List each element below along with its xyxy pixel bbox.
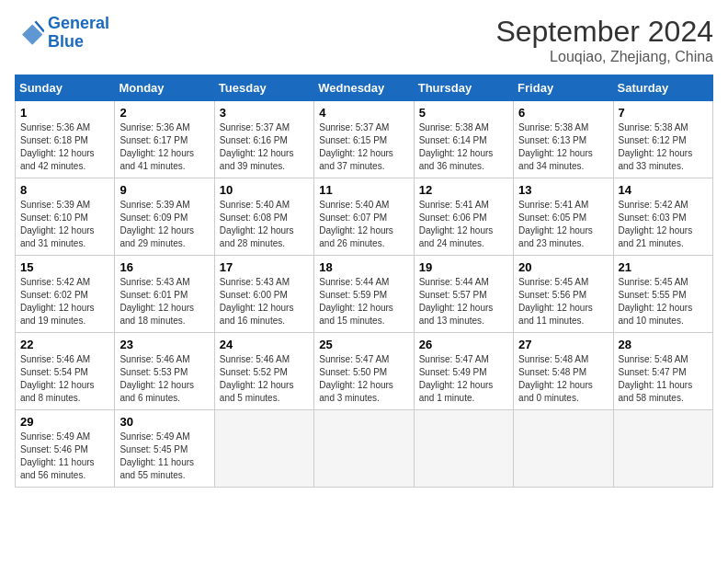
day-number: 7	[619, 106, 708, 120]
col-header-sunday: Sunday	[16, 75, 115, 101]
day-cell: 30Sunrise: 5:49 AMSunset: 5:45 PMDayligh…	[115, 410, 214, 488]
week-row-2: 8Sunrise: 5:39 AMSunset: 6:10 PMDaylight…	[16, 178, 713, 256]
day-cell: 21Sunrise: 5:45 AMSunset: 5:55 PMDayligh…	[613, 256, 712, 333]
day-info: Sunrise: 5:42 AMSunset: 6:03 PMDaylight:…	[619, 199, 708, 250]
day-number: 22	[20, 338, 109, 351]
day-number: 28	[619, 338, 708, 351]
day-cell: 14Sunrise: 5:42 AMSunset: 6:03 PMDayligh…	[613, 178, 712, 256]
day-cell: 28Sunrise: 5:48 AMSunset: 5:47 PMDayligh…	[613, 333, 712, 410]
col-header-saturday: Saturday	[613, 75, 712, 101]
day-number: 23	[119, 338, 209, 351]
day-number: 1	[20, 106, 109, 120]
day-cell: 5Sunrise: 5:38 AMSunset: 6:14 PMDaylight…	[414, 101, 513, 178]
day-info: Sunrise: 5:37 AMSunset: 6:16 PMDaylight:…	[220, 121, 309, 173]
day-number: 14	[619, 183, 708, 197]
day-info: Sunrise: 5:48 AMSunset: 5:48 PMDaylight:…	[518, 353, 608, 405]
day-info: Sunrise: 5:40 AMSunset: 6:07 PMDaylight:…	[319, 199, 408, 250]
day-info: Sunrise: 5:42 AMSunset: 6:02 PMDaylight:…	[20, 276, 109, 327]
day-info: Sunrise: 5:36 AMSunset: 6:17 PMDaylight:…	[119, 121, 209, 173]
logo-text: General Blue	[48, 15, 109, 52]
day-number: 8	[20, 183, 109, 197]
col-header-tuesday: Tuesday	[214, 75, 313, 101]
col-header-monday: Monday	[115, 75, 214, 101]
day-info: Sunrise: 5:38 AMSunset: 6:13 PMDaylight:…	[518, 121, 608, 173]
day-info: Sunrise: 5:38 AMSunset: 6:14 PMDaylight:…	[419, 121, 508, 173]
day-info: Sunrise: 5:49 AMSunset: 5:45 PMDaylight:…	[119, 431, 209, 482]
day-cell	[214, 410, 313, 488]
day-info: Sunrise: 5:44 AMSunset: 5:59 PMDaylight:…	[319, 276, 408, 327]
day-number: 12	[419, 183, 508, 197]
day-info: Sunrise: 5:39 AMSunset: 6:09 PMDaylight:…	[119, 199, 209, 250]
day-number: 6	[518, 106, 608, 120]
day-cell: 19Sunrise: 5:44 AMSunset: 5:57 PMDayligh…	[414, 256, 513, 333]
day-number: 11	[319, 183, 408, 197]
day-info: Sunrise: 5:38 AMSunset: 6:12 PMDaylight:…	[619, 121, 708, 173]
day-info: Sunrise: 5:40 AMSunset: 6:08 PMDaylight:…	[220, 199, 309, 250]
day-info: Sunrise: 5:41 AMSunset: 6:05 PMDaylight:…	[518, 199, 608, 250]
day-info: Sunrise: 5:45 AMSunset: 5:56 PMDaylight:…	[518, 276, 608, 327]
day-cell: 26Sunrise: 5:47 AMSunset: 5:49 PMDayligh…	[414, 333, 513, 410]
day-cell: 23Sunrise: 5:46 AMSunset: 5:53 PMDayligh…	[115, 333, 214, 410]
day-info: Sunrise: 5:48 AMSunset: 5:47 PMDaylight:…	[619, 353, 708, 405]
day-info: Sunrise: 5:46 AMSunset: 5:54 PMDaylight:…	[20, 353, 109, 405]
col-header-thursday: Thursday	[414, 75, 513, 101]
day-cell: 18Sunrise: 5:44 AMSunset: 5:59 PMDayligh…	[314, 256, 414, 333]
logo: General Blue	[15, 15, 109, 52]
day-cell	[613, 410, 712, 488]
day-cell	[414, 410, 513, 488]
day-info: Sunrise: 5:49 AMSunset: 5:46 PMDaylight:…	[20, 431, 109, 482]
week-row-1: 1Sunrise: 5:36 AMSunset: 6:18 PMDaylight…	[16, 101, 713, 178]
day-number: 3	[220, 106, 309, 120]
day-info: Sunrise: 5:46 AMSunset: 5:53 PMDaylight:…	[119, 353, 209, 405]
day-number: 30	[119, 415, 209, 429]
day-cell: 11Sunrise: 5:40 AMSunset: 6:07 PMDayligh…	[314, 178, 414, 256]
day-cell: 17Sunrise: 5:43 AMSunset: 6:00 PMDayligh…	[214, 256, 313, 333]
day-number: 5	[419, 106, 508, 120]
day-cell: 13Sunrise: 5:41 AMSunset: 6:05 PMDayligh…	[514, 178, 613, 256]
day-number: 16	[119, 260, 209, 274]
day-cell: 10Sunrise: 5:40 AMSunset: 6:08 PMDayligh…	[214, 178, 313, 256]
day-number: 15	[20, 260, 109, 274]
day-cell: 2Sunrise: 5:36 AMSunset: 6:17 PMDaylight…	[115, 101, 214, 178]
day-cell: 20Sunrise: 5:45 AMSunset: 5:56 PMDayligh…	[514, 256, 613, 333]
day-number: 20	[518, 260, 608, 274]
day-cell: 1Sunrise: 5:36 AMSunset: 6:18 PMDaylight…	[16, 101, 115, 178]
day-number: 26	[419, 338, 508, 351]
week-row-5: 29Sunrise: 5:49 AMSunset: 5:46 PMDayligh…	[16, 410, 713, 488]
day-number: 21	[619, 260, 708, 274]
logo-blue: Blue	[48, 32, 84, 51]
page-header: General Blue September 2024 Louqiao, Zhe…	[15, 15, 713, 65]
day-info: Sunrise: 5:41 AMSunset: 6:06 PMDaylight:…	[419, 199, 508, 250]
day-cell	[514, 410, 613, 488]
day-info: Sunrise: 5:39 AMSunset: 6:10 PMDaylight:…	[20, 199, 109, 250]
day-cell	[314, 410, 414, 488]
day-info: Sunrise: 5:44 AMSunset: 5:57 PMDaylight:…	[419, 276, 508, 327]
day-number: 29	[20, 415, 109, 429]
day-info: Sunrise: 5:43 AMSunset: 6:00 PMDaylight:…	[220, 276, 309, 327]
day-info: Sunrise: 5:47 AMSunset: 5:50 PMDaylight:…	[319, 353, 408, 405]
day-number: 17	[220, 260, 309, 274]
day-cell: 22Sunrise: 5:46 AMSunset: 5:54 PMDayligh…	[16, 333, 115, 410]
day-cell: 24Sunrise: 5:46 AMSunset: 5:52 PMDayligh…	[214, 333, 313, 410]
day-cell: 12Sunrise: 5:41 AMSunset: 6:06 PMDayligh…	[414, 178, 513, 256]
day-info: Sunrise: 5:47 AMSunset: 5:49 PMDaylight:…	[419, 353, 508, 405]
logo-general: General	[48, 14, 109, 32]
day-cell: 29Sunrise: 5:49 AMSunset: 5:46 PMDayligh…	[16, 410, 115, 488]
day-info: Sunrise: 5:45 AMSunset: 5:55 PMDaylight:…	[619, 276, 708, 327]
day-info: Sunrise: 5:46 AMSunset: 5:52 PMDaylight:…	[220, 353, 309, 405]
day-info: Sunrise: 5:43 AMSunset: 6:01 PMDaylight:…	[119, 276, 209, 327]
title-block: September 2024 Louqiao, Zhejiang, China	[495, 15, 713, 65]
location-subtitle: Louqiao, Zhejiang, China	[495, 49, 713, 65]
day-number: 25	[319, 338, 408, 351]
day-cell: 9Sunrise: 5:39 AMSunset: 6:09 PMDaylight…	[115, 178, 214, 256]
day-cell: 27Sunrise: 5:48 AMSunset: 5:48 PMDayligh…	[514, 333, 613, 410]
month-year-title: September 2024	[495, 15, 713, 49]
day-cell: 8Sunrise: 5:39 AMSunset: 6:10 PMDaylight…	[16, 178, 115, 256]
day-number: 27	[518, 338, 608, 351]
day-number: 10	[220, 183, 309, 197]
day-number: 9	[119, 183, 209, 197]
day-cell: 6Sunrise: 5:38 AMSunset: 6:13 PMDaylight…	[514, 101, 613, 178]
day-cell: 4Sunrise: 5:37 AMSunset: 6:15 PMDaylight…	[314, 101, 414, 178]
day-info: Sunrise: 5:36 AMSunset: 6:18 PMDaylight:…	[20, 121, 109, 173]
day-cell: 25Sunrise: 5:47 AMSunset: 5:50 PMDayligh…	[314, 333, 414, 410]
